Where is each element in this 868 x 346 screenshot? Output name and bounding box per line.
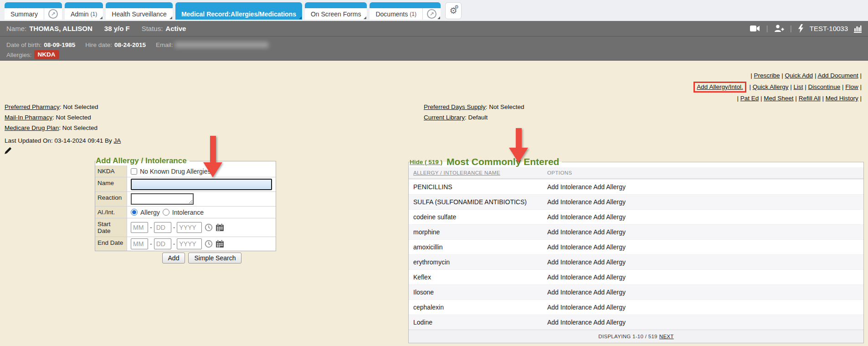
most-commonly-entered-section: Hide ( 519 ) Most Commonly Entered ALLER… [408,156,864,343]
medicare-drug-plan-row: Medicare Drug Plan: Not Selected [5,123,98,133]
nkda-label: NKDA [95,165,127,177]
start-day-input[interactable] [154,222,171,233]
add-allergy-link[interactable]: Add Allergy [593,183,626,191]
add-button[interactable]: Add [162,253,185,263]
add-intolerance-link[interactable]: Add Intolerance [547,198,592,206]
intolerance-radio[interactable] [163,209,169,216]
end-year-input[interactable] [177,238,202,249]
add-allergy-link[interactable]: Add Allergy [593,289,626,296]
add-person-icon[interactable] [774,25,784,32]
preferred-days-supply-link[interactable]: Preferred Days Supply [424,103,486,110]
tab-on-screen-forms[interactable]: On Screen Forms [305,2,367,20]
tab-cap [5,2,62,8]
add-intolerance-link[interactable]: Add Intolerance [547,243,592,251]
add-intolerance-link[interactable]: Add Intolerance [547,274,592,281]
add-document-link[interactable]: Add Document [817,72,858,79]
tab-documents[interactable]: Documents (1) ↗ [370,2,440,20]
add-intolerance-link[interactable]: Add Intolerance [547,289,592,296]
separator: | [781,72,783,79]
date-separator: - [150,240,152,248]
settings-button[interactable]: ⚙ ⚙ [445,2,462,19]
video-camera-icon[interactable] [750,25,760,32]
refill-all-link[interactable]: Refill All [799,95,821,102]
table-row: erythromycin Add Intolerance Add Allergy [409,254,863,269]
date-separator: - [173,224,175,231]
add-intolerance-link[interactable]: Add Intolerance [547,319,592,326]
discontinue-link[interactable]: Discontinue [808,83,841,90]
tab-cap [106,2,173,8]
medicare-drug-plan-link[interactable]: Medicare Drug Plan [5,124,59,131]
tab-summary-popout[interactable]: ↗ [44,8,62,20]
tab-cap [305,2,367,8]
tab-corner-icon [169,16,172,19]
displaying-text: DISPLAYING 1-10 / 519 [598,334,657,339]
table-title: Most Commonly Entered [447,156,559,167]
quick-allergy-link[interactable]: Quick Allergy [753,83,789,90]
add-intolerance-link[interactable]: Add Intolerance [547,213,592,221]
add-allergy-link[interactable]: Add Allergy [593,304,626,311]
tab-health-surveillance-label: Health Surveillance [112,10,167,18]
add-allergy-intol-link[interactable]: Add Allergy/Intol. [697,83,743,90]
prescribe-link[interactable]: Prescribe [754,72,780,79]
table-row: morphine Add Intolerance Add Allergy [409,224,863,239]
edit-pencil-icon[interactable] [5,147,11,154]
end-month-input[interactable] [131,238,148,249]
current-library-row: Current Library: Default [424,112,524,123]
med-history-link[interactable]: Med History [826,95,858,102]
chart-icon[interactable] [854,25,862,33]
med-sheet-link[interactable]: Med Sheet [764,95,793,102]
preferred-pharmacy-link[interactable]: Preferred Pharmacy [5,103,60,110]
tab-admin[interactable]: Admin (1) [65,2,103,20]
email-label: Email: [156,41,173,48]
allergy-name: morphine [413,228,547,236]
end-clock-icon[interactable] [205,240,213,248]
reaction-input[interactable] [131,193,194,205]
tab-admin-count: (1) [91,11,98,17]
add-allergy-link[interactable]: Add Allergy [593,198,626,206]
current-library-link[interactable]: Current Library [424,114,465,121]
nkda-checkbox[interactable] [131,168,137,175]
last-updated-user-link[interactable]: JA [113,137,121,144]
allergy-name: PENICILLINS [413,183,547,191]
allergy-radio[interactable] [131,209,138,216]
preferred-days-supply-value: Not Selected [489,103,524,110]
table-row: SULFA (SULFONAMIDE ANTIBIOTICS) Add Into… [409,194,863,209]
tab-health-surveillance[interactable]: Health Surveillance [106,2,173,20]
allergy-name-input[interactable] [131,179,272,190]
start-clock-icon[interactable] [205,223,213,232]
dob-label: Date of birth: [6,41,41,48]
flow-link[interactable]: Flow [845,83,858,90]
add-allergy-link[interactable]: Add Allergy [593,319,626,326]
add-intolerance-link[interactable]: Add Intolerance [547,228,592,236]
list-link[interactable]: List [794,83,803,90]
separator: | [815,72,817,79]
allergy-name: Lodine [413,319,547,326]
start-calendar-icon[interactable] [216,223,224,232]
end-date-row: End Date - - [95,237,276,251]
end-calendar-icon[interactable] [216,240,224,248]
action-links-line1: | Prescribe | Quick Add | Add Document | [693,70,862,81]
mail-in-pharmacy-link[interactable]: Mail-In Pharmacy [5,114,52,121]
simple-search-button[interactable]: Simple Search [188,253,241,263]
start-year-input[interactable] [177,222,202,233]
add-allergy-link[interactable]: Add Allergy [593,274,626,281]
end-day-input[interactable] [154,238,171,249]
add-allergy-link[interactable]: Add Allergy [593,228,626,236]
add-allergy-link[interactable]: Add Allergy [593,243,626,251]
add-allergy-link[interactable]: Add Allergy [593,258,626,266]
pat-ed-link[interactable]: Pat Ed [740,95,759,102]
column-allergy-name[interactable]: ALLERGY / INTOLERANCE NAME [413,170,547,176]
add-intolerance-link[interactable]: Add Intolerance [547,183,592,191]
lightning-icon[interactable] [798,24,804,33]
start-month-input[interactable] [131,222,148,233]
next-page-link[interactable]: NEXT [659,334,674,339]
tab-summary[interactable]: Summary ↗ [5,2,62,20]
tab-medical-record[interactable]: Medical Record:Allergies/Medications [175,2,302,20]
allergies-label: Allergies: [6,52,32,58]
add-intolerance-link[interactable]: Add Intolerance [547,304,592,311]
nkda-badge: NKDA [34,50,59,59]
add-intolerance-link[interactable]: Add Intolerance [547,258,592,266]
hide-count-link[interactable]: Hide ( 519 ) [410,159,442,165]
add-allergy-link[interactable]: Add Allergy [593,213,626,221]
quick-add-link[interactable]: Quick Add [785,72,813,79]
